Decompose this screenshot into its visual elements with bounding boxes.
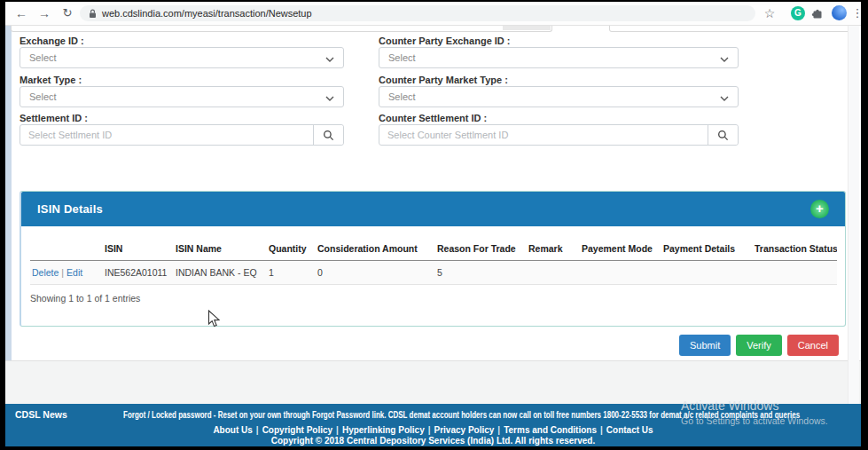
verify-button[interactable]: Verify — [736, 335, 782, 356]
market-type-select[interactable]: Select — [20, 86, 344, 107]
col-actions — [30, 239, 103, 261]
grammarly-extension-icon[interactable]: G — [791, 6, 805, 20]
market-type-value: Select — [29, 91, 57, 102]
page-content: Exchange ID : Select Counter Party Excha… — [5, 26, 861, 446]
browser-window: ← → ↻ web.cdslindia.com/myeasi/transacti… — [5, 2, 861, 446]
settlement-id-group — [20, 124, 344, 146]
address-bar[interactable]: web.cdslindia.com/myeasi/transaction/New… — [80, 5, 755, 21]
cutoff-button-fragment[interactable] — [503, 26, 551, 30]
col-remark: Remark — [527, 239, 580, 261]
cell-payment-details — [661, 261, 753, 285]
url-text: web.cdslindia.com/myeasi/transaction/New… — [102, 8, 312, 19]
settlement-id-label: Settlement ID : — [20, 113, 88, 123]
footer-link-hyperlinking-policy[interactable]: Hyperlinking Policy — [342, 425, 425, 435]
col-isin: ISIN — [103, 239, 174, 261]
submit-button[interactable]: Submit — [679, 335, 731, 356]
edit-link[interactable]: Edit — [66, 267, 82, 278]
showing-entries-text: Showing 1 to 1 of 1 entries — [30, 293, 845, 304]
settlement-search-button[interactable] — [313, 125, 343, 145]
col-isin-name: ISIN Name — [174, 239, 267, 261]
cdsl-news-label: CDSL News — [15, 409, 67, 420]
link-separator: | — [497, 425, 500, 435]
refresh-icon[interactable]: ↻ — [59, 2, 76, 25]
cancel-button[interactable]: Cancel — [787, 335, 839, 356]
browser-toolbar: ← → ↻ web.cdslindia.com/myeasi/transacti… — [5, 2, 861, 26]
cell-remark — [527, 261, 580, 285]
counter-party-exchange-id-label: Counter Party Exchange ID : — [379, 36, 511, 46]
counter-party-market-type-value: Select — [388, 91, 416, 102]
cell-payement-mode — [580, 261, 661, 285]
footer-links: About Us|Copyright Policy|Hyperlinking P… — [5, 425, 861, 435]
footer-link-privacy-policy[interactable]: Privacy Policy — [434, 425, 495, 435]
footer: CDSL News Forgot / Locked password - Res… — [5, 404, 861, 446]
chevron-down-icon — [325, 89, 334, 105]
chevron-down-icon — [720, 89, 729, 105]
forward-icon[interactable]: → — [35, 2, 53, 25]
vertical-scrollbar[interactable] — [848, 26, 859, 405]
isin-details-title: ISIN Details — [37, 202, 103, 216]
counter-party-exchange-id-select[interactable]: Select — [379, 47, 739, 68]
cutoff-input-left[interactable] — [11, 26, 552, 32]
copyright-text: Copyright © 2018 Central Depository Serv… — [5, 436, 861, 446]
exchange-id-label: Exchange ID : — [20, 36, 84, 46]
cell-isin: INE562A01011 — [103, 261, 174, 285]
cell-quantity: 1 — [267, 261, 316, 285]
add-isin-button[interactable]: + — [810, 200, 829, 218]
form-actions: Submit Verify Cancel — [679, 335, 839, 356]
search-icon — [717, 130, 729, 141]
chevron-down-icon — [325, 50, 334, 66]
exchange-id-select[interactable]: Select — [20, 47, 344, 68]
link-separator: | — [256, 425, 259, 435]
isin-details-header: ISIN Details + — [21, 192, 845, 226]
isin-table: ISIN ISIN Name Quantity Consideration Am… — [30, 239, 837, 285]
col-transaction-status: Transaction Status — [753, 239, 837, 261]
search-icon — [323, 130, 334, 141]
counter-party-market-type-select[interactable]: Select — [379, 86, 739, 107]
link-separator: | — [428, 425, 431, 435]
news-ticker: Forgot / Locked password - Reset on your… — [123, 410, 800, 420]
footer-link-contact-us[interactable]: Contact Us — [606, 425, 653, 435]
counter-settlement-id-input[interactable] — [379, 125, 708, 145]
action-separator: | — [61, 267, 64, 278]
cell-transaction-status — [753, 261, 837, 285]
counter-settlement-search-button[interactable] — [708, 125, 738, 145]
market-type-label: Market Type : — [20, 75, 82, 85]
bookmark-star-icon[interactable]: ☆ — [761, 2, 778, 25]
exchange-id-value: Select — [29, 52, 57, 63]
browser-menu-icon[interactable]: ⋮ — [848, 2, 866, 25]
isin-table-header-row: ISIN ISIN Name Quantity Consideration Am… — [30, 239, 837, 261]
lock-icon — [89, 9, 97, 19]
cutoff-input-right[interactable] — [609, 26, 851, 32]
row-actions: Delete|Edit — [30, 261, 103, 285]
extensions-puzzle-icon[interactable] — [811, 7, 824, 23]
cell-reason-for-trade: 5 — [435, 261, 527, 285]
cell-consideration-amount: 0 — [316, 261, 435, 285]
cell-isin-name: INDIAN BANK - EQ — [174, 261, 267, 285]
link-separator: | — [336, 425, 339, 435]
footer-link-terms-and-conditions[interactable]: Terms and Conditions — [504, 425, 597, 435]
isin-details-panel: ISIN Details + ISIN ISIN Name Quantity — [20, 191, 846, 327]
counter-party-exchange-id-value: Select — [388, 52, 416, 63]
counter-party-market-type-label: Counter Party Market Type : — [379, 75, 508, 85]
profile-avatar[interactable] — [832, 5, 847, 20]
table-row: Delete|Edit INE562A01011 INDIAN BANK - E… — [30, 261, 837, 285]
footer-link-about-us[interactable]: About Us — [213, 425, 252, 435]
counter-settlement-id-group — [379, 124, 739, 146]
col-payment-details: Payment Details — [661, 239, 753, 261]
col-reason-for-trade: Reason For Trade — [435, 239, 527, 261]
chevron-down-icon — [720, 50, 729, 66]
transaction-form-card: Exchange ID : Select Counter Party Excha… — [5, 26, 861, 361]
col-quantity: Quantity — [267, 239, 316, 261]
counter-settlement-id-label: Counter Settlement ID : — [379, 113, 487, 123]
left-edge-band — [5, 26, 12, 360]
delete-link[interactable]: Delete — [32, 267, 59, 278]
col-payement-mode: Payement Mode — [580, 239, 661, 261]
settlement-id-input[interactable] — [20, 125, 313, 145]
col-consideration-amount: Consideration Amount — [316, 239, 435, 261]
back-icon[interactable]: ← — [12, 2, 30, 25]
footer-link-copyright-policy[interactable]: Copyright Policy — [262, 425, 332, 435]
link-separator: | — [600, 425, 603, 435]
